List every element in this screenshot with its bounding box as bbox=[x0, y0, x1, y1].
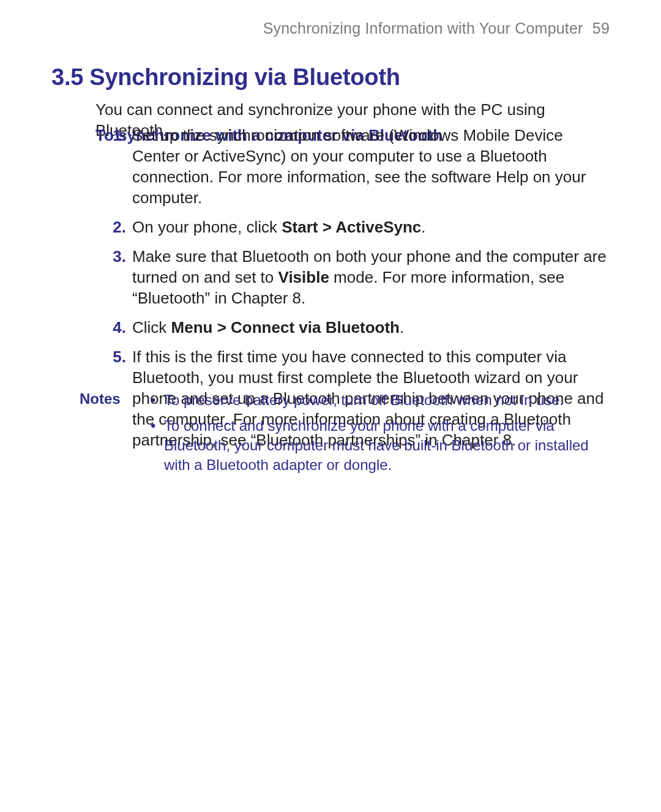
section-number: 3.5 bbox=[51, 64, 83, 90]
step-text-bold: Menu > Connect via Bluetooth bbox=[171, 318, 400, 337]
step-text: Set up the synchronization software (Win… bbox=[132, 126, 586, 207]
page: Synchronizing Information with Your Comp… bbox=[0, 0, 661, 812]
notes-list: To preserve battery power, turn off Blue… bbox=[147, 390, 610, 481]
step-text-bold: Start > ActiveSync bbox=[282, 218, 421, 236]
note-item: To preserve battery power, turn off Blue… bbox=[164, 390, 610, 410]
section-title: Synchronizing via Bluetooth bbox=[89, 64, 400, 90]
section-heading: 3.5Synchronizing via Bluetooth bbox=[51, 64, 610, 91]
step-text: . bbox=[421, 218, 425, 236]
chapter-title: Synchronizing Information with Your Comp… bbox=[263, 20, 583, 37]
running-header: Synchronizing Information with Your Comp… bbox=[263, 20, 610, 37]
notes-block: Notes To preserve battery power, turn of… bbox=[80, 390, 610, 481]
step-text-bold: Visible bbox=[278, 268, 329, 286]
step-item: Click Menu > Connect via Bluetooth. bbox=[105, 317, 610, 338]
notes-label: Notes bbox=[80, 390, 147, 408]
step-item: On your phone, click Start > ActiveSync. bbox=[105, 217, 610, 237]
page-number: 59 bbox=[592, 20, 610, 37]
note-item: To connect and synchronize your phone wi… bbox=[164, 416, 610, 475]
step-text: Click bbox=[132, 318, 171, 337]
step-text: On your phone, click bbox=[132, 218, 282, 236]
step-item: Make sure that Bluetooth on both your ph… bbox=[105, 246, 610, 308]
step-item: Set up the synchronization software (Win… bbox=[105, 125, 610, 208]
step-text: . bbox=[400, 318, 404, 337]
